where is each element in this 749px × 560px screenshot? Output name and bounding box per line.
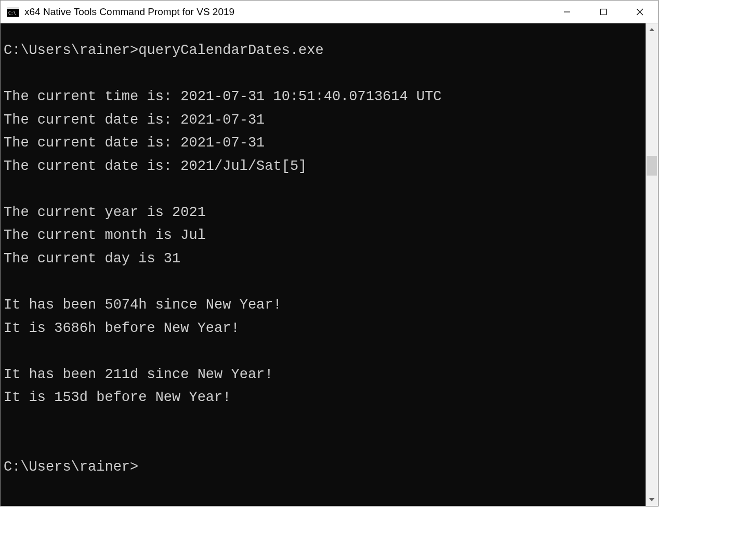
terminal-area: C:\Users\rainer>queryCalendarDates.exe T…: [1, 23, 658, 506]
prompt-path: C:\Users\rainer>: [4, 43, 138, 58]
output-line: The current year is 2021: [4, 205, 206, 220]
output-line: It has been 5074h since New Year!: [4, 297, 282, 313]
maximize-button[interactable]: [585, 1, 622, 23]
output-line: It is 153d before New Year!: [4, 390, 231, 405]
output-line: The current day is 31: [4, 251, 180, 266]
prompt-path: C:\Users\rainer>: [4, 459, 138, 475]
close-button[interactable]: [622, 1, 658, 23]
output-line: The current date is: 2021-07-31: [4, 135, 265, 151]
window-title: x64 Native Tools Command Prompt for VS 2…: [24, 6, 549, 18]
svg-text:C:\: C:\: [8, 11, 16, 16]
output-line: The current month is Jul: [4, 228, 206, 243]
output-line: It has been 211d since New Year!: [4, 367, 273, 382]
terminal-output[interactable]: C:\Users\rainer>queryCalendarDates.exe T…: [1, 23, 646, 506]
window-controls: [549, 1, 658, 23]
scroll-thumb[interactable]: [647, 156, 657, 176]
minimize-button[interactable]: [549, 1, 585, 23]
vertical-scrollbar[interactable]: [646, 23, 658, 506]
svg-rect-4: [601, 9, 607, 15]
window-titlebar: C:\ x64 Native Tools Command Prompt for …: [1, 1, 658, 23]
scroll-up-arrow-icon[interactable]: [646, 23, 658, 36]
svg-rect-1: [7, 7, 19, 9]
output-line: The current date is: 2021/Jul/Sat[5]: [4, 158, 307, 174]
command-text: queryCalendarDates.exe: [138, 43, 323, 58]
cmd-icon: C:\: [7, 6, 19, 18]
scroll-down-arrow-icon[interactable]: [646, 494, 658, 506]
output-line: The current time is: 2021-07-31 10:51:40…: [4, 89, 442, 104]
output-line: The current date is: 2021-07-31: [4, 112, 265, 128]
output-line: It is 3686h before New Year!: [4, 321, 240, 336]
